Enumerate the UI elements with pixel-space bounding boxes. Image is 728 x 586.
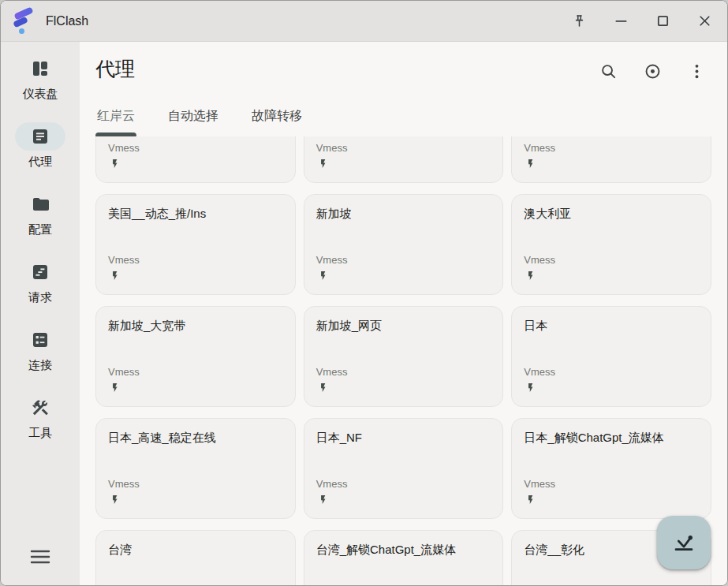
proxies-header: 代理	[80, 42, 727, 136]
sidebar-item-label: 连接	[28, 357, 52, 373]
latency-bolt-icon	[110, 382, 283, 396]
latency-bolt-icon	[318, 270, 491, 284]
proxy-protocol: Vmess	[316, 365, 491, 379]
maximize-icon	[655, 13, 671, 29]
proxy-card-grid: Vmess Vmess	[80, 136, 727, 586]
app-logo-icon	[12, 8, 35, 35]
latency-bolt-icon	[318, 382, 491, 396]
proxy-card[interactable]: 台湾_解锁ChatGpt_流媒体 Vmess	[304, 530, 504, 586]
page-title: 代理	[95, 56, 135, 82]
proxy-protocol: Vmess	[316, 141, 491, 155]
proxy-name: 日本_解锁ChatGpt_流媒体	[524, 429, 699, 446]
proxy-name: 新加坡_网页	[316, 317, 491, 334]
sidebar-item-label: 代理	[28, 154, 52, 170]
latency-bolt-icon	[110, 158, 283, 172]
close-button[interactable]	[694, 11, 715, 32]
proxy-protocol: Vmess	[524, 253, 699, 267]
proxy-name: 澳大利亚	[524, 205, 699, 222]
search-icon	[599, 62, 618, 80]
minimize-icon	[613, 13, 629, 29]
sidebar-item-label: 工具	[28, 425, 52, 441]
sidebar-item-requests[interactable]: 请求	[15, 258, 65, 305]
proxy-protocol: Vmess	[524, 477, 699, 491]
app-title: FlClash	[46, 14, 88, 28]
proxy-protocol: Vmess	[316, 253, 491, 267]
proxy-name: 新加坡	[316, 205, 491, 222]
proxy-card[interactable]: Vmess	[304, 136, 504, 183]
proxy-protocol: Vmess	[316, 477, 491, 491]
proxy-card[interactable]: 日本_高速_稳定在线 Vmess	[95, 418, 296, 519]
proxy-card[interactable]: 日本_NF Vmess	[304, 418, 504, 519]
locate-current-button[interactable]	[644, 62, 663, 81]
more-menu-button[interactable]	[688, 62, 707, 81]
latency-bolt-icon	[318, 494, 491, 508]
connections-icon	[31, 330, 50, 349]
proxy-protocol: Vmess	[524, 365, 699, 379]
proxy-card[interactable]: 台湾 Vmess	[95, 530, 296, 586]
menu-icon	[30, 548, 50, 565]
proxy-name: 日本_NF	[316, 429, 491, 446]
requests-icon	[31, 263, 50, 282]
latency-bolt-icon	[525, 382, 699, 396]
sidebar-item-connections[interactable]: 连接	[15, 326, 65, 373]
proxy-protocol: Vmess	[108, 365, 283, 379]
proxy-protocol: Vmess	[108, 253, 283, 267]
proxy-name: 新加坡_大宽带	[108, 317, 283, 334]
latency-bolt-icon	[318, 158, 491, 172]
proxy-card[interactable]: 澳大利亚 Vmess	[511, 194, 711, 295]
proxy-card[interactable]: 新加坡_大宽带 Vmess	[95, 306, 296, 407]
proxy-card[interactable]: 美国__动态_推/Ins Vmess	[95, 194, 296, 295]
proxy-name: 日本_高速_稳定在线	[108, 429, 283, 446]
proxy-group-tab[interactable]: 红岸云	[95, 108, 136, 136]
proxy-card[interactable]: Vmess	[511, 136, 711, 183]
proxy-protocol: Vmess	[108, 141, 283, 155]
maximize-button[interactable]	[652, 11, 673, 32]
proxy-protocol: Vmess	[108, 477, 283, 491]
proxies-icon	[31, 127, 50, 146]
sidebar-menu-button[interactable]	[1, 548, 80, 565]
latency-bolt-icon	[525, 270, 699, 284]
latency-bolt-icon	[110, 494, 283, 508]
sidebar-item-profiles[interactable]: 配置	[15, 190, 65, 237]
pin-button[interactable]	[569, 11, 589, 32]
proxy-card[interactable]: 新加坡 Vmess	[304, 194, 504, 295]
delay-test-fab[interactable]	[657, 516, 711, 569]
minimize-button[interactable]	[610, 11, 631, 32]
sidebar: 仪表盘 代理 配置	[1, 42, 80, 586]
proxy-name: 日本	[524, 317, 699, 334]
dashboard-icon	[31, 59, 50, 78]
latency-bolt-icon	[110, 270, 283, 284]
proxy-card[interactable]: 日本_解锁ChatGpt_流媒体 Vmess	[511, 418, 711, 519]
proxy-group-tabs: 红岸云 自动选择 故障转移	[95, 108, 304, 136]
latency-bolt-icon	[525, 158, 699, 172]
proxy-card[interactable]: 日本 Vmess	[511, 306, 711, 407]
proxy-name: 台湾	[108, 541, 283, 558]
adjust-icon	[644, 62, 662, 80]
sidebar-item-label: 请求	[28, 289, 52, 305]
sidebar-item-label: 配置	[28, 222, 52, 237]
main-panel: 代理	[80, 42, 727, 586]
profiles-folder-icon	[31, 195, 50, 214]
flclash-window: FlClash	[0, 0, 728, 586]
titlebar: FlClash	[1, 1, 727, 42]
proxy-group-tab[interactable]: 自动选择	[166, 108, 220, 136]
proxy-card-scroll-area[interactable]: Vmess Vmess	[80, 136, 727, 586]
sidebar-item-label: 仪表盘	[23, 86, 58, 102]
proxy-card[interactable]: Vmess	[95, 136, 296, 183]
sidebar-item-tools[interactable]: 工具	[15, 394, 65, 441]
proxy-protocol: Vmess	[524, 141, 699, 155]
sidebar-item-dashboard[interactable]: 仪表盘	[15, 54, 65, 102]
latency-bolt-icon	[525, 494, 699, 508]
proxy-name: 台湾_解锁ChatGpt_流媒体	[316, 541, 491, 558]
tools-icon	[31, 398, 50, 417]
sidebar-item-proxies[interactable]: 代理	[15, 122, 65, 170]
pin-icon	[571, 13, 588, 29]
proxy-card[interactable]: 新加坡_网页 Vmess	[304, 306, 504, 407]
network-ping-icon	[671, 530, 696, 555]
proxy-name: 美国__动态_推/Ins	[108, 205, 283, 222]
close-icon	[696, 13, 713, 29]
search-button[interactable]	[599, 62, 618, 81]
proxy-group-tab[interactable]: 故障转移	[250, 108, 304, 136]
more-vert-icon	[688, 62, 706, 80]
